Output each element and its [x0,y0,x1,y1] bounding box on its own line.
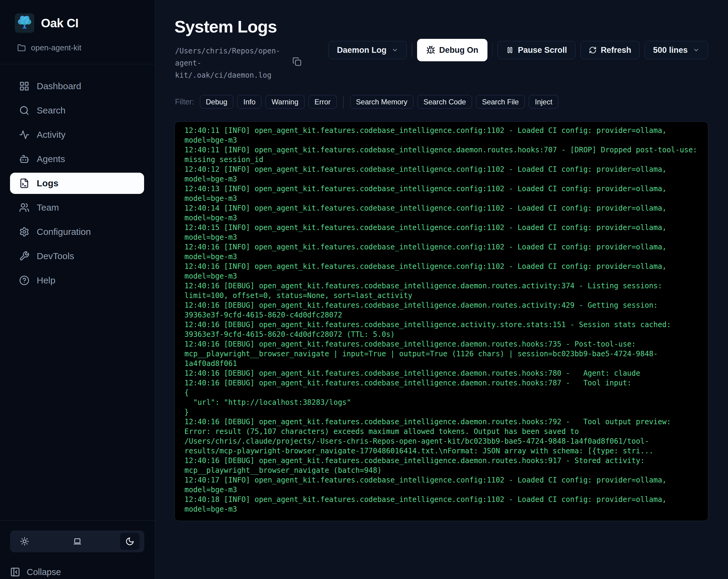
sun-icon [20,537,29,546]
copy-icon [292,57,302,66]
help-icon [19,275,29,285]
sidebar-item-team[interactable]: Team [10,196,144,220]
filter-separator [343,96,344,108]
sidebar-item-activity[interactable]: Activity [10,123,144,147]
log-file-path: /Users/chris/Repos/open-agent-kit/.oak/c… [175,45,292,81]
log-line: 12:40:15 [INFO] open_agent_kit.features.… [184,223,700,242]
theme-system-button[interactable] [68,533,87,550]
log-source-label: Daemon Log [337,46,387,55]
log-line: 12:40:18 [INFO] open_agent_kit.features.… [184,495,700,514]
debug-toggle-button[interactable]: Debug On [417,39,488,61]
log-line: 12:40:16 [DEBUG] open_agent_kit.features… [184,456,700,475]
sidebar-item-label: Dashboard [37,81,81,91]
page-title: System Logs [175,17,277,36]
refresh-label: Refresh [601,46,631,55]
refresh-button[interactable]: Refresh [580,41,640,59]
wrench-icon [19,251,29,261]
log-viewer[interactable]: 12:40:11 [INFO] open_agent_kit.features.… [175,121,708,521]
pause-scroll-button[interactable]: Pause Scroll [497,41,575,59]
sidebar-item-label: Activity [37,130,66,140]
refresh-icon [589,46,597,54]
theme-dark-button[interactable] [120,533,139,550]
log-line: 12:40:17 [INFO] open_agent_kit.features.… [184,475,700,495]
search-icon [19,105,29,116]
pause-icon [506,46,514,54]
log-line: 12:40:12 [INFO] open_agent_kit.features.… [184,165,700,184]
sidebar-nav: Dashboard Search Activity Agents Logs [0,64,155,293]
activity-icon [19,130,29,140]
filter-chip-inject[interactable]: Inject [529,95,558,109]
laptop-icon [73,537,82,546]
sidebar-item-label: Help [37,275,55,285]
theme-toggle [10,530,145,552]
filter-chip-search-file[interactable]: Search File [476,95,525,109]
line-count-label: 500 lines [653,46,688,55]
log-line: 12:40:16 [DEBUG] open_agent_kit.features… [184,378,700,388]
collapse-sidebar-button[interactable]: Collapse [10,565,145,579]
log-line: "url": "http://localhost:38283/logs" [184,398,700,407]
log-line: 12:40:16 [DEBUG] open_agent_kit.features… [184,369,700,378]
pause-scroll-label: Pause Scroll [518,46,567,55]
log-line: 12:40:16 [INFO] open_agent_kit.features.… [184,261,700,281]
sidebar-item-label: Agents [37,154,65,164]
bug-icon [426,46,435,55]
filter-chip-info[interactable]: Info [237,95,261,109]
sidebar-item-label: Team [37,202,59,213]
sidebar-item-label: Logs [37,178,58,188]
moon-icon [125,537,134,546]
project-selector[interactable]: open-agent-kit [17,43,145,64]
log-line: 12:40:16 [DEBUG] open_agent_kit.features… [184,417,700,456]
log-line: 12:40:16 [DEBUG] open_agent_kit.features… [184,281,700,300]
filter-chip-error[interactable]: Error [309,95,337,109]
sidebar-item-label: DevTools [37,251,74,261]
gear-icon [19,227,29,237]
filter-chip-debug[interactable]: Debug [200,95,234,109]
filter-chip-search-memory[interactable]: Search Memory [350,95,413,109]
dashboard-icon [19,81,29,91]
main-content: System Logs /Users/chris/Repos/open-agen… [155,0,728,579]
folder-icon [17,44,26,52]
log-toolbar: Daemon Log Debug On Pause Scroll Refresh… [329,39,708,61]
log-line: 12:40:16 [DEBUG] open_agent_kit.features… [184,320,700,339]
log-line: 12:40:16 [INFO] open_agent_kit.features.… [184,242,700,261]
filter-row: Filter: Debug Info Warning Error Search … [175,95,558,109]
robot-icon [19,154,29,164]
sidebar-item-label: Configuration [37,227,91,237]
log-line: 12:40:13 [INFO] open_agent_kit.features.… [184,184,700,203]
brand-section: Oak CI open-agent-kit [0,0,155,64]
log-line: { [184,388,700,398]
sidebar-item-logs[interactable]: Logs [10,173,144,194]
collapse-label: Collapse [27,567,61,577]
line-count-dropdown[interactable]: 500 lines [645,41,708,59]
log-line: 12:40:16 [DEBUG] open_agent_kit.features… [184,300,700,320]
toolbar-separator [492,43,493,57]
log-line: 12:40:14 [INFO] open_agent_kit.features.… [184,203,700,223]
app-title: Oak CI [41,17,79,30]
app-logo [15,14,34,33]
project-name: open-agent-kit [31,43,81,52]
sidebar-item-configuration[interactable]: Configuration [10,220,144,244]
panel-collapse-icon [10,567,20,577]
sidebar-item-devtools[interactable]: DevTools [10,244,144,268]
log-source-dropdown[interactable]: Daemon Log [329,41,407,59]
log-line: 12:40:11 [INFO] open_agent_kit.features.… [184,145,700,165]
sidebar: Oak CI open-agent-kit Dashboard Search [0,0,155,579]
copy-path-button[interactable] [290,55,304,69]
sidebar-item-dashboard[interactable]: Dashboard [10,74,144,98]
filter-label: Filter: [175,97,194,106]
sidebar-item-help[interactable]: Help [10,268,144,293]
sidebar-item-label: Search [37,105,66,116]
users-icon [19,202,29,213]
log-line: } [184,407,700,417]
filter-chip-warning[interactable]: Warning [265,95,304,109]
sidebar-item-search[interactable]: Search [10,98,144,123]
theme-light-button[interactable] [15,533,34,550]
sidebar-footer: Collapse [0,521,155,579]
chevron-down-icon [693,47,700,53]
sidebar-item-agents[interactable]: Agents [10,147,144,171]
log-line: 12:40:16 [DEBUG] open_agent_kit.features… [184,339,700,369]
log-line: 12:40:11 [INFO] open_agent_kit.features.… [184,126,700,145]
filter-chip-search-code[interactable]: Search Code [417,95,472,109]
debug-toggle-label: Debug On [439,46,478,55]
toolbar-separator [412,43,412,57]
